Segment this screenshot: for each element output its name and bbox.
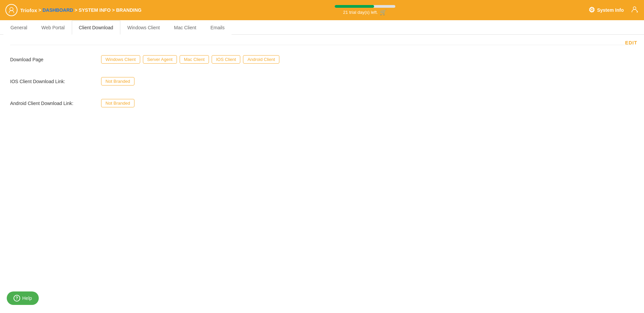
tab-emails[interactable]: Emails bbox=[203, 21, 232, 35]
svg-point-1 bbox=[633, 7, 636, 9]
breadcrumb-sep-1: > bbox=[38, 7, 41, 13]
trial-text: 21 trial day(s) left. 🛒 bbox=[343, 9, 387, 15]
android-download-values: Not Branded bbox=[101, 99, 134, 107]
breadcrumb-sep-2: > bbox=[74, 7, 77, 13]
download-page-row: Download Page Windows Client Server Agen… bbox=[10, 55, 634, 64]
cart-icon[interactable]: 🛒 bbox=[380, 9, 387, 15]
trial-progress-bar bbox=[335, 5, 395, 8]
breadcrumb-sep-3: > bbox=[112, 7, 115, 13]
brand-name: Triofox bbox=[20, 7, 37, 13]
divider bbox=[10, 45, 634, 45]
badge-android-client[interactable]: Android Client bbox=[243, 55, 279, 64]
system-info-button[interactable]: ⚙ System Info bbox=[588, 6, 624, 14]
header-right: ⚙ System Info bbox=[588, 5, 639, 15]
badge-server-agent[interactable]: Server Agent bbox=[143, 55, 177, 64]
download-page-label: Download Page bbox=[10, 57, 94, 62]
tab-web-portal[interactable]: Web Portal bbox=[34, 21, 72, 35]
gear-icon: ⚙ bbox=[588, 6, 595, 14]
trial-section: 21 trial day(s) left. 🛒 bbox=[335, 5, 395, 15]
header: Triofox > DASHBOARD > SYSTEM INFO > BRAN… bbox=[0, 0, 644, 20]
trial-days-text: 21 trial day(s) left. bbox=[343, 10, 378, 15]
tab-windows-client[interactable]: Windows Client bbox=[120, 21, 167, 35]
ios-download-values: Not Branded bbox=[101, 77, 134, 85]
edit-button[interactable]: EDIT bbox=[625, 40, 637, 45]
tab-client-download[interactable]: Client Download bbox=[72, 21, 120, 35]
android-download-row: Android Client Download Link: Not Brande… bbox=[10, 99, 634, 107]
android-download-label: Android Client Download Link: bbox=[10, 101, 94, 106]
breadcrumb: Triofox > DASHBOARD > SYSTEM INFO > BRAN… bbox=[20, 7, 142, 13]
badge-ios-client[interactable]: IOS Client bbox=[212, 55, 240, 64]
tabs-bar: General Web Portal Client Download Windo… bbox=[0, 20, 644, 35]
breadcrumb-branding: BRANDING bbox=[116, 7, 141, 13]
header-left: Triofox > DASHBOARD > SYSTEM INFO > BRAN… bbox=[5, 4, 142, 16]
breadcrumb-system-info: SYSTEM INFO bbox=[79, 7, 111, 13]
content-area: EDIT Download Page Windows Client Server… bbox=[0, 35, 644, 237]
tab-general[interactable]: General bbox=[3, 21, 34, 35]
badge-android-not-branded[interactable]: Not Branded bbox=[101, 99, 134, 107]
badge-mac-client[interactable]: Mac Client bbox=[180, 55, 209, 64]
logo-icon bbox=[5, 4, 18, 16]
tab-mac-client[interactable]: Mac Client bbox=[167, 21, 203, 35]
badge-windows-client[interactable]: Windows Client bbox=[101, 55, 140, 64]
download-page-values: Windows Client Server Agent Mac Client I… bbox=[101, 55, 279, 64]
system-info-label: System Info bbox=[597, 7, 624, 13]
ios-download-row: IOS Client Download Link: Not Branded bbox=[10, 77, 634, 85]
breadcrumb-dashboard[interactable]: DASHBOARD bbox=[42, 7, 73, 13]
ios-download-label: IOS Client Download Link: bbox=[10, 79, 94, 84]
user-icon[interactable] bbox=[631, 5, 639, 15]
badge-ios-not-branded[interactable]: Not Branded bbox=[101, 77, 134, 85]
trial-progress-fill bbox=[335, 5, 374, 8]
